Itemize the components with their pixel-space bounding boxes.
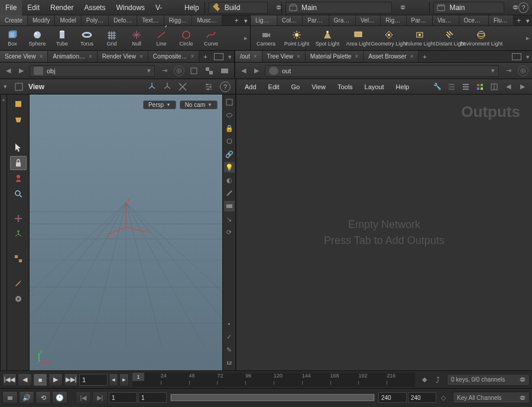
viewport-help-icon[interactable]: ?	[220, 82, 231, 92]
step-back-button[interactable]: ◀	[18, 373, 32, 386]
range-in-field[interactable]	[138, 392, 167, 403]
shelf-tab-modify[interactable]: Modify	[28, 15, 55, 25]
menu-assets[interactable]: Assets	[79, 0, 111, 15]
close-icon[interactable]: ×	[40, 51, 43, 63]
param-icon[interactable]	[488, 81, 500, 93]
snap-icon-2[interactable]	[203, 65, 215, 77]
menu-file[interactable]: File	[0, 0, 22, 15]
flow-icon[interactable]: ↘	[224, 214, 235, 224]
range-start-field[interactable]	[109, 392, 137, 403]
path-selector[interactable]: obj ▾	[30, 65, 155, 77]
scroll-up-icon[interactable]: ▲	[1, 97, 6, 102]
current-frame-field[interactable]	[79, 374, 108, 386]
add-pane-tab[interactable]: +	[199, 51, 211, 62]
shelf-tab-fluids[interactable]: Flui…	[489, 15, 514, 25]
help-button[interactable]: ?	[518, 2, 528, 13]
tab-composite[interactable]: Composite…×	[148, 51, 200, 62]
keyframe-icon[interactable]: ◆	[419, 374, 430, 386]
tab-render-view[interactable]: Render View×	[98, 51, 148, 62]
prev-icon[interactable]: ◀	[502, 81, 514, 93]
tool-camera[interactable]: Camera	[251, 28, 281, 48]
key-set-icon[interactable]: ◇	[437, 392, 449, 403]
display-icon[interactable]	[219, 65, 231, 77]
shelf-tab-particle2[interactable]: Part…	[407, 15, 433, 25]
shelf-add-button-r[interactable]: +	[514, 15, 524, 25]
nav-back-icon-r[interactable]: ◀	[239, 66, 248, 76]
shelf-tab-vellum[interactable]: Vell…	[356, 15, 381, 25]
close-icon[interactable]: ×	[254, 51, 257, 63]
close-icon[interactable]: ×	[297, 51, 300, 63]
tab-scene-view[interactable]: Scene View×	[0, 51, 48, 62]
desktop-selector[interactable]: Build	[209, 2, 268, 14]
tool-circle[interactable]: Circle	[174, 28, 199, 48]
shelf-tab-rigging[interactable]: Rigg…	[164, 15, 193, 25]
settings-icon[interactable]	[203, 82, 214, 92]
desktop-updown-icon[interactable]	[276, 3, 281, 12]
gizmo-icon-2[interactable]	[162, 82, 173, 92]
material-icon[interactable]: ◐	[224, 175, 235, 185]
path-selector-r[interactable]: out ▾	[265, 65, 499, 77]
play-button[interactable]: ▶	[48, 373, 63, 386]
pin-icon-r[interactable]: ⇥	[502, 65, 514, 77]
tool-sphere[interactable]: Sphere	[25, 28, 50, 48]
tool-pointlight[interactable]: Point Light	[281, 28, 312, 48]
shelf-dropdown-icon[interactable]: ▾	[242, 15, 250, 25]
target-icon-r[interactable]: ◎	[518, 66, 528, 76]
tool-geolight[interactable]: Geometry Light	[374, 28, 404, 48]
lock-tool[interactable]	[10, 156, 27, 170]
nav-back-icon[interactable]: ◀	[4, 66, 13, 76]
shelf-tab-rigid[interactable]: Rigi…	[381, 15, 406, 25]
shelf-tab-deform[interactable]: Defo…	[109, 15, 137, 25]
menu-help[interactable]: Help	[179, 0, 205, 15]
shelf-tab-lights[interactable]: Ligh…	[251, 15, 277, 25]
shelf-tab-collisions[interactable]: Coll…	[277, 15, 303, 25]
display-opt-icon[interactable]	[224, 97, 235, 108]
list-view-icon[interactable]	[446, 81, 458, 93]
target-icon[interactable]: ◎	[174, 66, 184, 76]
shelf-tab-create[interactable]: Create	[0, 15, 28, 25]
frame-12-icon[interactable]: 12	[224, 357, 235, 368]
menu-vray[interactable]: V-Ray	[150, 0, 179, 15]
layout-dropdown-icon[interactable]: ▾	[4, 83, 9, 90]
viewport-scrollbar[interactable]: ▲	[0, 95, 7, 370]
tool-grid[interactable]: Grid	[99, 28, 124, 48]
nav-forward-icon-r[interactable]: ▶	[252, 66, 261, 76]
tool-spotlight[interactable]: Spot Light	[312, 28, 343, 48]
audio-toggle[interactable]: 🔊	[19, 391, 34, 404]
xray-icon[interactable]	[224, 110, 235, 121]
nav-forward-icon[interactable]: ▶	[17, 66, 26, 76]
network-canvas[interactable]: Outputs Empty Network Press Tab to Add O…	[236, 95, 532, 370]
select-face-tool[interactable]	[10, 97, 27, 111]
camera-select-dropdown[interactable]: No cam▼	[180, 100, 218, 109]
orient-tool[interactable]	[10, 211, 27, 226]
maximize-pane-icon[interactable]	[214, 53, 223, 60]
tool-curve[interactable]: Curve	[199, 28, 223, 48]
menu-windows[interactable]: Windows	[111, 0, 150, 15]
shelf-tab-poly[interactable]: Poly…	[82, 15, 109, 25]
shelf-scroll-icon[interactable]: ▸	[242, 34, 250, 42]
tab-asset-browser[interactable]: Asset Browser×	[364, 51, 419, 62]
shelf-tab-texture[interactable]: Text…	[137, 15, 164, 25]
maximize-pane-icon-r[interactable]	[512, 53, 521, 60]
brush-tool[interactable]	[10, 276, 27, 291]
viewport-3d[interactable]: y z x Persp▼ No cam▼ y x	[30, 95, 222, 370]
shelf-tab-muscles[interactable]: Musc…	[192, 15, 222, 25]
range-out-field[interactable]	[378, 392, 407, 403]
tool-torus[interactable]: Torus	[74, 28, 99, 48]
clock-toggle[interactable]: 🕐	[52, 391, 67, 404]
shelf-tab-oceans[interactable]: Oceans	[459, 15, 489, 25]
net-menu-layout[interactable]: Layout	[360, 83, 389, 90]
range-thumb[interactable]	[171, 394, 374, 401]
shelf-scroll-icon-r[interactable]: ▸	[524, 34, 532, 42]
net-menu-view[interactable]: View	[307, 83, 330, 90]
list-view-2-icon[interactable]	[460, 81, 472, 93]
shelf-tab-grains[interactable]: Grains	[329, 15, 356, 25]
ref-icon[interactable]: ⟳	[224, 227, 235, 237]
select-edge-tool[interactable]	[10, 112, 27, 126]
camera-persp-dropdown[interactable]: Persp▼	[143, 100, 176, 109]
gizmo-icon[interactable]	[147, 82, 157, 92]
take2-updown-icon[interactable]	[512, 3, 518, 12]
close-icon[interactable]: ×	[410, 51, 414, 63]
camera-mask-icon[interactable]	[224, 201, 235, 211]
tab-animation[interactable]: Animation…×	[48, 51, 97, 62]
